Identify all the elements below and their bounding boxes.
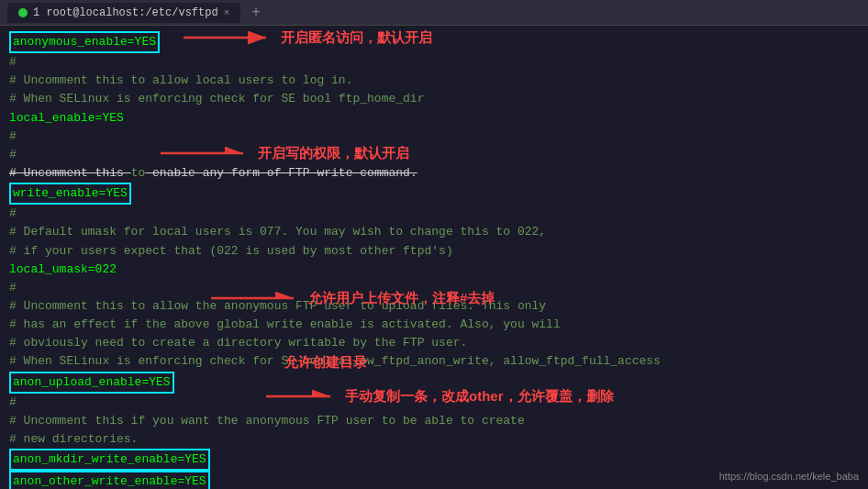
code-line-17: # obviously need to create a directory w… (9, 334, 859, 352)
tab-label: 1 root@localhost:/etc/vsftpd (33, 6, 218, 19)
code-line-16: # has an effect if the above global writ… (9, 316, 859, 334)
code-line-9: write_enable=YES (9, 183, 859, 205)
arrow-5-svg (266, 386, 339, 406)
annotation-4: 允许创建目录 (284, 354, 367, 372)
code-line-4: # When SELinux is enforcing check for SE… (9, 90, 859, 108)
code-line-6: # (9, 128, 859, 146)
tab-close-button[interactable]: × (224, 7, 230, 18)
annotation-5-text: 手动复制一条，改成other，允许覆盖，删除 (345, 388, 614, 406)
code-line-8: # Uncomment this to enable any form of F… (9, 164, 859, 183)
titlebar: 1 root@localhost:/etc/vsftpd × + (0, 0, 868, 26)
code-line-18: # When SELinux is enforcing check for SE… (9, 352, 859, 371)
annotation-2: 开启写的权限，默认开启 (161, 143, 409, 163)
watermark: https://blog.csdn.net/kele_baba (719, 471, 859, 482)
annotation-1-text: 开启匿名访问，默认开启 (281, 29, 432, 47)
highlighted-anon-mkdir: anon_mkdir_write_enable=YES (9, 449, 210, 471)
arrow-3-svg (211, 288, 303, 308)
terminal-tab[interactable]: 1 root@localhost:/etc/vsftpd × (7, 3, 240, 23)
terminal-content: anonymous_enable=YES # # Uncomment this … (0, 26, 868, 489)
arrow-2-svg (161, 143, 252, 163)
annotation-4-text: 允许创建目录 (284, 354, 367, 372)
strikethrough-comment2: enable any form of FTP write command. (145, 166, 417, 180)
tab-dot (18, 8, 28, 17)
annotation-1: 开启匿名访问，默认开启 (184, 28, 432, 48)
annotation-5: 手动复制一条，改成other，允许覆盖，删除 (266, 386, 614, 406)
code-line-7: # (9, 146, 859, 164)
annotation-2-text: 开启写的权限，默认开启 (258, 145, 409, 162)
code-line-1: anonymous_enable=YES (9, 31, 859, 53)
highlighted-anon-upload: anon_upload_enable=YES (9, 372, 174, 394)
highlighted-anon-other: anon_other_write_enable=YES (9, 471, 210, 489)
code-line-13: local_umask=022 (9, 261, 859, 279)
code-line-11: # Default umask for local users is 077. … (9, 223, 859, 241)
code-line-22: # new directories. (9, 430, 859, 449)
code-line-12: # if your users expect that (022 is used… (9, 242, 859, 261)
terminal-window: 1 root@localhost:/etc/vsftpd × + anonymo… (0, 0, 868, 489)
code-line-5: local_enable=YES (9, 109, 859, 128)
code-line-23: anon_mkdir_write_enable=YES (9, 449, 859, 471)
highlighted-anonymous: anonymous_enable=YES (9, 31, 160, 53)
code-line-2: # (9, 53, 859, 72)
annotation-3-text: 允许用户上传文件，注释#去掉 (308, 290, 495, 307)
code-line-10: # (9, 205, 859, 223)
code-line-3: # Uncomment this to allow local users to… (9, 72, 859, 90)
comment-to: to (131, 166, 146, 180)
highlighted-write: write_enable=YES (9, 183, 131, 205)
arrow-1-svg (184, 28, 275, 48)
code-line-21: # Uncomment this if you want the anonymo… (9, 412, 859, 430)
strikethrough-comment: # Uncomment this (9, 166, 131, 180)
annotation-3: 允许用户上传文件，注释#去掉 (211, 288, 495, 308)
new-tab-button[interactable]: + (246, 5, 266, 21)
